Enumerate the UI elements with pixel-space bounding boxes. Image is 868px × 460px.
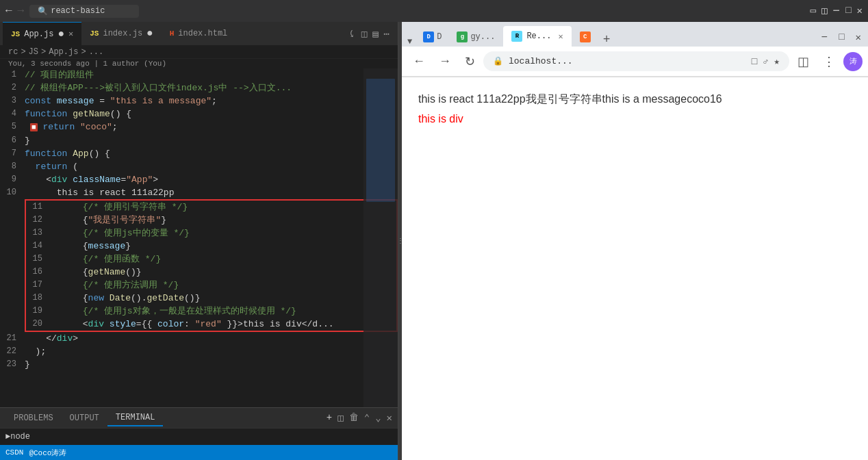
pane-splitter[interactable]: ⋮ xyxy=(398,22,402,460)
breadcrumb-sep-1: > xyxy=(21,47,25,57)
chevron-up-icon[interactable]: ⌃ xyxy=(364,412,370,424)
code-editor[interactable]: 1 // 项目的跟组件 2 // 根组件APP--->被引入到入口文件index… xyxy=(0,68,398,407)
favicon-d: D xyxy=(423,31,434,42)
minimap xyxy=(363,68,398,407)
browser-pane: ▼ D D g gy... R Re... ✕ xyxy=(402,22,868,460)
status-left: CSDN xyxy=(5,448,23,457)
browser-div-text: this is div xyxy=(418,113,852,125)
favicon-react: R xyxy=(511,31,522,42)
status-bar: CSDN @Coco涛涛 xyxy=(0,445,398,460)
tab-modified-dot: ● xyxy=(58,28,64,40)
tab-index-js[interactable]: JS index.js ● xyxy=(81,22,161,46)
code-line-18: 18 {new Date().getDate()} xyxy=(26,292,396,305)
search-icon: 🔍 xyxy=(38,6,48,16)
highlighted-code-region: 11 {/* 使用引号字符串 */} 12 {"我是引号字符串"} 13 {/*… xyxy=(25,199,398,332)
editor-tab-bar: JS App.js ● ✕ JS index.js ● H index.html… xyxy=(0,22,398,46)
code-line-22: 22 ); xyxy=(0,345,398,358)
code-line-1: 1 // 项目的跟组件 xyxy=(0,68,398,81)
tab-label-index-html: index.html xyxy=(178,29,227,38)
terminal-bar: ► node xyxy=(0,428,398,445)
breadcrumb-js[interactable]: JS xyxy=(29,47,38,57)
code-line-11: 11 {/* 使用引号字符串 */} xyxy=(26,201,396,214)
translate-icon[interactable]: ♂ xyxy=(763,56,768,67)
tab-terminal[interactable]: TERMINAL xyxy=(107,410,164,426)
split-terminal-icon[interactable]: ◫ xyxy=(337,412,343,424)
split-icon[interactable]: ◫ xyxy=(821,5,827,17)
code-line-16: 16 {getName()} xyxy=(26,266,396,279)
browser-tab-react-close[interactable]: ✕ xyxy=(558,31,563,42)
browser-maximize-icon[interactable]: □ xyxy=(834,31,848,44)
overflow-icon[interactable]: ⋯ xyxy=(384,28,390,40)
breadcrumb-file[interactable]: App.js xyxy=(49,47,78,57)
code-line-9: 9 <div className="App"> xyxy=(0,173,398,186)
close-panel-icon[interactable]: ✕ xyxy=(387,412,392,424)
bookmark-icon[interactable]: ★ xyxy=(774,55,780,67)
profile-avatar-button[interactable]: 涛 xyxy=(843,52,863,71)
tab-label-index-js: index.js xyxy=(103,29,142,38)
tab-index-html[interactable]: H index.html xyxy=(162,22,236,46)
tab-output[interactable]: OUTPUT xyxy=(62,411,107,426)
close-window-icon[interactable]: ✕ xyxy=(857,5,863,17)
git-sync-icon[interactable]: ⤹ xyxy=(348,28,356,40)
browser-tab-react[interactable]: R Re... ✕ xyxy=(503,26,571,47)
breadcrumb-sep-2: > xyxy=(41,47,46,57)
code-line-19: 19 {/* 使用js对象，一般是在处理样式的时候使用 */} xyxy=(26,305,396,318)
new-tab-button[interactable]: + xyxy=(599,33,615,47)
browser-nav-bar: ← → ↻ 🔒 localhost... □ ♂ ★ ◫ ⋮ 涛 xyxy=(402,47,868,77)
tab-dropdown-icon[interactable]: ▼ xyxy=(405,37,415,47)
browser-close-icon[interactable]: ✕ xyxy=(852,31,865,44)
split-editor-icon[interactable]: ◫ xyxy=(361,28,367,40)
toggle-panel-icon[interactable]: ▤ xyxy=(372,28,378,40)
browser-tab-g-label: gy... xyxy=(470,32,495,42)
code-line-15: 15 {/* 使用函数 */} xyxy=(26,253,396,266)
more-options-button[interactable]: ⋮ xyxy=(817,51,841,72)
terminal-actions: + ◫ 🗑 ⌃ ⌄ ✕ xyxy=(327,412,392,424)
browser-forward-button[interactable]: → xyxy=(433,51,457,71)
browser-tab-g[interactable]: g gy... xyxy=(450,27,502,47)
breadcrumb-rc[interactable]: rc xyxy=(8,47,18,57)
code-line-21: 21 </div> xyxy=(0,332,398,345)
back-icon[interactable]: ← xyxy=(5,5,12,17)
browser-tab-react-label: Re... xyxy=(526,31,551,41)
breadcrumb-more[interactable]: ... xyxy=(89,47,104,57)
git-info-text: You, 3 seconds ago | 1 author (You) xyxy=(8,60,166,68)
delete-terminal-icon[interactable]: 🗑 xyxy=(349,412,359,424)
terminal-prompt: ► xyxy=(5,432,10,442)
lock-icon: 🔒 xyxy=(493,56,503,66)
code-line-23: 23 } xyxy=(0,358,398,371)
code-line-7: 7 function App() { xyxy=(0,147,398,160)
minimize-icon[interactable]: − xyxy=(832,5,840,17)
browser-tab-d[interactable]: D D xyxy=(416,27,448,47)
search-bar-label[interactable]: react-basic xyxy=(51,6,105,16)
code-line-2: 2 // 根组件APP--->被引入到入口文件index.js中 -->入口文.… xyxy=(0,81,398,94)
breadcrumb-sep-3: > xyxy=(81,47,86,57)
cast-icon[interactable]: □ xyxy=(752,56,757,67)
browser-minimize-icon[interactable]: − xyxy=(817,31,832,44)
browser-tab-c[interactable]: C xyxy=(573,27,598,47)
maximize-icon[interactable]: □ xyxy=(845,5,851,17)
code-line-5: 5 ■ return "coco"; xyxy=(0,120,398,134)
code-line-4: 4 function getName() { xyxy=(0,107,398,120)
code-line-6: 6 } xyxy=(0,134,398,147)
url-text[interactable]: localhost... xyxy=(509,56,746,66)
terminal-content: node xyxy=(10,432,30,442)
code-line-20: 20 <div style={{ color: "red" }}>this is… xyxy=(26,318,396,331)
browser-back-button[interactable]: ← xyxy=(407,51,431,71)
layout-icon[interactable]: ▭ xyxy=(810,5,815,17)
chevron-down-icon[interactable]: ⌄ xyxy=(375,412,381,424)
status-author: @Coco涛涛 xyxy=(29,448,66,458)
tab-close-app-js[interactable]: ✕ xyxy=(68,29,73,39)
bottom-tab-bar: PROBLEMS OUTPUT TERMINAL + ◫ 🗑 ⌃ ⌄ ✕ xyxy=(0,407,398,428)
git-info-bar: You, 3 seconds ago | 1 author (You) xyxy=(0,59,398,68)
browser-url-bar[interactable]: 🔒 localhost... □ ♂ ★ xyxy=(483,51,789,71)
tab-problems[interactable]: PROBLEMS xyxy=(5,411,62,426)
tab-modified-dot-2: ● xyxy=(146,27,153,40)
new-terminal-icon[interactable]: + xyxy=(327,412,332,424)
favicon-g: g xyxy=(457,31,468,42)
extensions-button[interactable]: ◫ xyxy=(792,51,815,72)
favicon-c: C xyxy=(580,31,591,42)
browser-reload-button[interactable]: ↻ xyxy=(459,51,481,72)
tab-app-js[interactable]: JS App.js ● ✕ xyxy=(3,22,81,46)
code-line-3: 3 const message = "this is a message"; xyxy=(0,94,398,107)
forward-icon[interactable]: → xyxy=(18,5,25,17)
